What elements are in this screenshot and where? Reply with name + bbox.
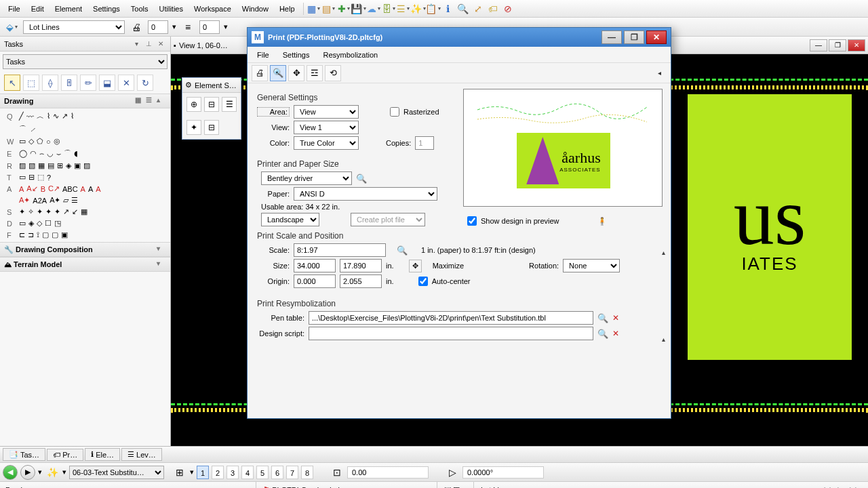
element-set-icon[interactable]: ☰ — [222, 97, 237, 112]
view-close-button[interactable]: ✕ — [848, 39, 865, 52]
origin-y-input[interactable] — [340, 274, 382, 288]
spline-icon[interactable]: ⌇ — [71, 112, 74, 121]
view-2-button[interactable]: 2 — [212, 466, 224, 479]
effects-icon[interactable]: ✨ — [411, 1, 426, 16]
text-q-icon[interactable]: ? — [47, 174, 51, 182]
view-combo[interactable]: View 1 — [294, 121, 359, 134]
dim3-icon[interactable]: ⟟ — [37, 230, 39, 239]
view-menu-dd[interactable]: ▾ — [190, 468, 194, 476]
solid3-icon[interactable]: ◇ — [37, 219, 42, 228]
element-sub-icon[interactable]: ⊟ — [204, 97, 219, 112]
cell-icon[interactable]: ⊞ — [57, 161, 63, 170]
snap5-icon[interactable]: ✦ — [54, 207, 60, 216]
element-clear-icon[interactable]: ✦ — [186, 120, 201, 135]
view-6-button[interactable]: 6 — [271, 466, 283, 479]
view-minimize-button[interactable]: — — [810, 39, 827, 52]
list-view-icon[interactable]: ☰ — [146, 96, 155, 106]
close-icon[interactable]: ✕ — [155, 39, 166, 49]
text-sel-icon[interactable]: ⬚ — [37, 173, 44, 182]
menu-tools[interactable]: Tools — [125, 2, 154, 16]
dim1-icon[interactable]: ⊏ — [19, 230, 25, 239]
maximize-icon[interactable]: ✥ — [409, 260, 422, 272]
scale-input[interactable] — [294, 243, 386, 257]
form-icon[interactable]: 📋 — [426, 1, 441, 16]
line-icon[interactable]: ⟋ — [29, 125, 37, 134]
collapse-icon[interactable]: ▴ — [157, 96, 166, 106]
target-icon[interactable]: ◎ — [54, 137, 60, 146]
menu-file[interactable]: File — [3, 2, 26, 16]
tab-levels[interactable]: ☰ Lev… — [121, 448, 162, 461]
smartline-icon[interactable]: 〰 — [26, 113, 34, 121]
print-menu-settings[interactable]: Settings — [276, 49, 317, 61]
print-tool-maximize-icon[interactable]: ✥ — [288, 65, 304, 81]
pin-icon[interactable]: ⊥ — [143, 39, 154, 49]
nav-dropdown-2[interactable]: ▾ — [62, 468, 66, 476]
terrain-model-header[interactable]: ⛰ Terrain Model▾ — [0, 257, 170, 272]
paper-combo[interactable]: ANSI D — [294, 187, 437, 201]
view-1-button[interactable]: 1 — [197, 466, 209, 479]
tool-icon[interactable]: ↻ — [137, 75, 153, 91]
script-search-icon[interactable]: 🔍 — [597, 329, 608, 339]
print-tool-update-icon[interactable]: ⟲ — [325, 65, 341, 81]
text-a-icon[interactable]: A — [19, 185, 24, 193]
snap-grid-icon[interactable]: ▦ — [81, 207, 87, 216]
view-control-icon[interactable]: ⊞ — [172, 465, 187, 480]
copies-input[interactable] — [415, 136, 434, 150]
text-a4-icon[interactable]: A — [88, 185, 93, 193]
database-icon[interactable]: 🗄 — [381, 1, 396, 16]
menu-workspace[interactable]: Workspace — [189, 2, 237, 16]
view-3-button[interactable]: 3 — [226, 466, 239, 479]
zoom-extents-icon[interactable]: ⤢ — [471, 1, 486, 16]
rotation-combo[interactable]: None — [563, 259, 620, 272]
no-entry-icon[interactable]: ⊘ — [500, 1, 515, 16]
pentable-input[interactable] — [309, 311, 593, 325]
polygon-icon[interactable]: ⬠ — [37, 137, 43, 146]
snap2-icon[interactable]: ✧ — [28, 207, 34, 216]
text-spark-icon[interactable]: A✦ — [19, 196, 30, 205]
expander-icon-2[interactable]: ▴ — [662, 336, 665, 343]
new-icon[interactable]: ✚ — [336, 1, 351, 16]
area-combo[interactable]: View — [294, 105, 359, 119]
spinner-arrow-2[interactable]: ▾ — [224, 22, 228, 31]
print-dialog-titlebar[interactable]: M Print (PDF-PlottingV8i-2D.pltcfg) — ❐ … — [248, 28, 671, 47]
line-tool-icon[interactable]: ╱ — [19, 112, 24, 121]
collapse-left-icon[interactable]: ◂ — [658, 69, 667, 77]
spinner-arrow[interactable]: ▾ — [172, 22, 176, 31]
text-dash-icon[interactable]: ⊟ — [28, 173, 35, 182]
text-b-icon[interactable]: B — [41, 185, 45, 193]
expander-icon[interactable]: ▴ — [662, 249, 665, 256]
shape-icon[interactable]: ◇ — [28, 137, 34, 146]
level-icon[interactable]: ⬙ — [4, 20, 19, 35]
cell4-icon[interactable]: ▨ — [83, 161, 90, 170]
models-icon[interactable]: ▦ — [307, 1, 321, 16]
dialog-close-button[interactable]: ✕ — [646, 30, 667, 44]
curve5-icon[interactable]: ⌒ — [64, 148, 71, 159]
print-tool-attributes-icon[interactable]: ☲ — [307, 65, 323, 81]
view-4-button[interactable]: 4 — [241, 466, 254, 479]
text-note-icon[interactable]: ▱ — [63, 196, 68, 205]
dim6-icon[interactable]: ▣ — [61, 230, 68, 239]
text-a2-icon[interactable]: A↙ — [26, 184, 37, 193]
text-place-icon[interactable]: ▭ — [19, 173, 26, 182]
show-design-check[interactable] — [467, 216, 477, 226]
dropdown-icon[interactable]: ▾ — [131, 39, 142, 49]
model-combo[interactable]: 06-03-Text Substitu… — [69, 466, 164, 479]
save-icon[interactable]: 💾 — [351, 1, 366, 16]
driver-search-icon[interactable]: 🔍 — [356, 174, 367, 184]
text-spark2-icon[interactable]: A✦ — [50, 196, 60, 205]
spinner-1[interactable] — [148, 20, 168, 34]
curve4-icon[interactable]: ⌣ — [56, 149, 61, 158]
element-add-icon[interactable]: ⊕ — [186, 97, 201, 112]
autocenter-check[interactable] — [418, 277, 428, 286]
solid5-icon[interactable]: ◳ — [54, 219, 61, 228]
menu-window[interactable]: Window — [237, 2, 274, 16]
references-icon[interactable]: ▤ — [321, 1, 336, 16]
angle-icon[interactable]: ▷ — [445, 465, 460, 480]
curve-icon[interactable]: ∿ — [53, 112, 59, 121]
dim4-icon[interactable]: ▢ — [42, 230, 49, 239]
menu-element[interactable]: Element — [50, 2, 87, 16]
origin-x-input[interactable] — [294, 274, 336, 288]
spinner-2[interactable] — [199, 20, 220, 34]
curve3-icon[interactable]: ◡ — [47, 149, 54, 158]
cloud-icon[interactable]: ☁ — [366, 1, 381, 16]
